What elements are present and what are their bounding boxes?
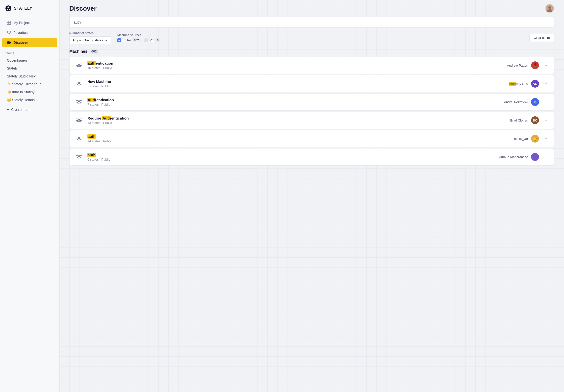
- main-content: Discover Number of states Any number of …: [59, 0, 564, 392]
- svg-rect-8: [76, 64, 78, 66]
- clear-filters-button[interactable]: Clear filters: [529, 34, 554, 42]
- svg-rect-12: [79, 82, 82, 84]
- machine-info: auth 14 states Public: [87, 134, 510, 143]
- number-of-states-dropdown[interactable]: Any number of states: [69, 36, 111, 44]
- check-icon: [118, 39, 121, 42]
- table-row[interactable]: Authentication 7 states Public Andrei Po…: [69, 93, 554, 111]
- highlight-auth: Auth: [102, 116, 111, 120]
- more-options-button[interactable]: ···: [542, 135, 549, 142]
- table-row[interactable]: auth 14 states Public const_var 🤙 ···: [69, 130, 554, 147]
- sidebar-item-team-copenhagen[interactable]: Copenhagen: [2, 57, 57, 64]
- editor-source-option[interactable]: Editor 602: [117, 38, 140, 42]
- machine-name: Require Authentication: [87, 116, 506, 120]
- editor-checkbox[interactable]: [117, 38, 121, 42]
- machine-name: auth: [87, 153, 495, 157]
- svg-rect-18: [79, 119, 82, 121]
- search-input[interactable]: [69, 17, 554, 27]
- machine-name: authentication: [87, 61, 503, 65]
- team-label-stately-studio-next: Stately Studio Next: [7, 74, 36, 78]
- more-options-button[interactable]: ···: [542, 80, 549, 87]
- more-options-button[interactable]: ···: [542, 153, 549, 160]
- machine-icon: [75, 79, 83, 88]
- table-row[interactable]: New Machine 7 states Public Anthony Onu …: [69, 75, 554, 92]
- svg-rect-20: [76, 137, 78, 139]
- create-team-button[interactable]: + Create team: [2, 105, 57, 114]
- svg-rect-23: [76, 155, 78, 157]
- sidebar-item-team-stately-studio-next[interactable]: Stately Studio Next: [2, 73, 57, 80]
- svg-rect-9: [79, 64, 82, 66]
- owner-name: Andrei Pokrovski: [504, 100, 528, 104]
- machine-info: New Machine 7 states Public: [87, 79, 505, 88]
- highlight-auth: auth: [87, 61, 96, 65]
- machine-sources-filter: Machine sources Editor 602: [117, 33, 160, 42]
- sidebar-item-team-stately-demos[interactable]: 🐱 Stately Demos: [2, 96, 57, 104]
- highlight-auth: Auth: [87, 98, 96, 102]
- svg-rect-1: [9, 21, 11, 23]
- sidebar-item-team-stately-editor-hour[interactable]: ✨ Stately Editor hour...: [2, 80, 57, 88]
- svg-point-6: [548, 6, 551, 9]
- state-machine-icon: [75, 135, 83, 143]
- machine-meta: 13 states Public: [87, 121, 506, 125]
- owner-avatar: AO: [531, 80, 539, 88]
- sidebar-item-discover[interactable]: Discover: [2, 38, 57, 47]
- owner-name: Brad Clonan: [510, 119, 528, 122]
- table-row[interactable]: authentication 10 states Public Andrew P…: [69, 57, 554, 74]
- owner-name: const_var: [514, 137, 528, 141]
- editor-label: Editor: [123, 38, 131, 42]
- sidebar-item-team-stately[interactable]: Stately: [2, 65, 57, 72]
- machine-icon: [75, 61, 83, 70]
- machine-info: Authentication 7 states Public: [87, 98, 500, 106]
- svg-rect-11: [76, 82, 78, 84]
- owner-avatar: ⚙️: [531, 98, 539, 106]
- machine-info: authentication 10 states Public: [87, 61, 503, 70]
- sidebar-item-team-intro-to-stately[interactable]: 👋 Intro to Stately...: [2, 88, 57, 96]
- svg-rect-0: [7, 21, 9, 23]
- page-title: Discover: [69, 5, 97, 12]
- owner-avatar: BC: [531, 116, 539, 124]
- viz-label: Viz: [150, 38, 154, 42]
- team-label-stately: Stately: [7, 66, 18, 70]
- machines-header: Machines 602: [69, 49, 554, 54]
- header: Discover: [59, 0, 564, 17]
- svg-rect-2: [7, 23, 9, 24]
- table-row[interactable]: auth 6 states Public Arnaud Manaranche ·…: [69, 148, 554, 166]
- filters-row: Number of states Any number of states Ma…: [69, 31, 554, 44]
- svg-rect-14: [76, 100, 78, 102]
- svg-point-16: [79, 103, 79, 104]
- machine-meta: 14 states Public: [87, 139, 510, 143]
- highlight-auth: auth: [87, 134, 96, 139]
- editor-count-badge: 602: [132, 38, 140, 42]
- machine-name: auth: [87, 134, 510, 139]
- user-avatar-icon: [546, 4, 554, 13]
- more-options-button[interactable]: ···: [542, 117, 549, 124]
- team-label-intro-to-stately: 👋 Intro to Stately...: [7, 90, 37, 94]
- chevron-down-icon: [104, 39, 108, 42]
- create-team-label: Create team: [11, 108, 30, 112]
- machine-icon: [75, 116, 83, 125]
- owner-avatar: 🤙: [531, 135, 539, 143]
- team-label-stately-demos: 🐱 Stately Demos: [7, 98, 35, 102]
- machine-list: authentication 10 states Public Andrew P…: [69, 57, 554, 166]
- machines-title: Machines: [69, 49, 87, 54]
- viz-source-option[interactable]: Viz 0: [144, 38, 160, 42]
- table-row[interactable]: Require Authentication 13 states Public …: [69, 112, 554, 129]
- user-avatar-button[interactable]: [545, 4, 554, 13]
- svg-rect-24: [79, 155, 82, 157]
- machine-meta: 6 states Public: [87, 158, 495, 161]
- svg-rect-3: [9, 23, 11, 24]
- sidebar-item-label-my-projects: My Projects: [13, 21, 31, 25]
- more-options-button[interactable]: ···: [542, 62, 549, 69]
- svg-point-25: [79, 158, 79, 159]
- machine-info: auth 6 states Public: [87, 153, 495, 161]
- machine-meta: 7 states Public: [87, 103, 500, 106]
- state-machine-icon: [75, 116, 83, 124]
- heart-icon: [7, 31, 11, 35]
- plus-icon: +: [7, 107, 9, 112]
- viz-checkbox[interactable]: [144, 38, 148, 42]
- owner-name: Andrew Patton: [507, 64, 528, 67]
- machine-name: Authentication: [87, 98, 500, 102]
- highlight-auth: auth: [87, 153, 96, 157]
- sidebar-item-favorites[interactable]: Favorites: [2, 28, 57, 37]
- more-options-button[interactable]: ···: [542, 98, 549, 105]
- sidebar-item-my-projects[interactable]: My Projects: [2, 18, 57, 27]
